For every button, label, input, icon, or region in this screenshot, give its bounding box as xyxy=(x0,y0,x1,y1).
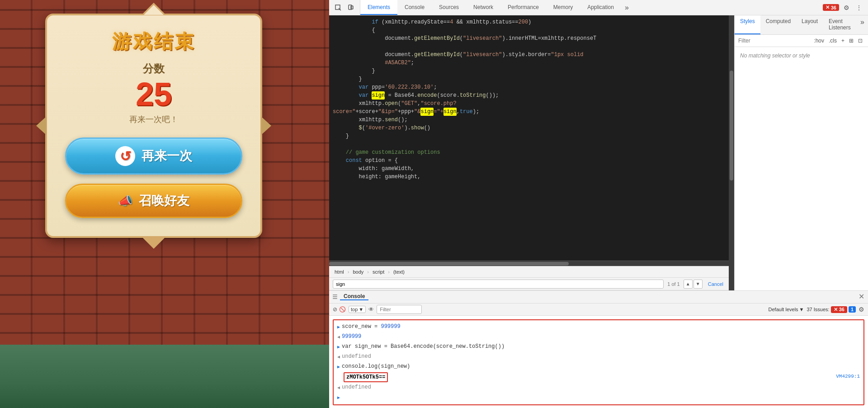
console-filter-input[interactable] xyxy=(377,305,422,314)
breadcrumb-script[interactable]: script xyxy=(371,269,386,275)
styles-filter-input[interactable] xyxy=(738,38,810,44)
console-undefined-7: undefined xyxy=(342,383,371,391)
code-line: width: gameWidth, xyxy=(329,165,729,173)
invite-button[interactable]: 📣 召唤好友 xyxy=(65,184,242,218)
error-badge[interactable]: ✕ 36 xyxy=(823,4,839,11)
issues-button[interactable]: 37 Issues: ✕ 36 1 xyxy=(807,306,856,313)
styles-panel: Styles Computed Layout Event Listeners »… xyxy=(734,15,868,290)
breadcrumb-bar: html › body › script › (text) xyxy=(329,266,729,278)
console-level-select[interactable]: Default levels ▼ xyxy=(769,307,804,312)
search-input[interactable] xyxy=(336,281,660,287)
replay-icon: ↺ xyxy=(115,146,135,166)
styles-tab-styles[interactable]: Styles xyxy=(735,15,760,34)
collapse-style-icon[interactable]: ⊡ xyxy=(856,37,864,45)
settings-icon[interactable]: ⚙ xyxy=(841,2,852,13)
styles-tab-layout[interactable]: Layout xyxy=(796,15,823,34)
styles-tab-computed[interactable]: Computed xyxy=(760,15,796,34)
search-bar: 1 of 1 ▲ ▼ Cancel xyxy=(329,278,729,290)
search-input-wrap xyxy=(333,280,664,289)
invite-label: 召唤好友 xyxy=(139,192,189,209)
vertical-scrollbar[interactable] xyxy=(729,15,734,290)
more-style-icon[interactable]: ⊞ xyxy=(847,37,855,45)
panel-right-arrow[interactable] xyxy=(261,117,271,135)
styles-tab-more-icon[interactable]: » xyxy=(857,15,868,34)
code-line: const option = { xyxy=(329,157,729,165)
styles-filter-bar: :hov .cls + ⊞ ⊡ xyxy=(735,35,868,47)
clear-console-icon[interactable]: 🚫 xyxy=(339,306,346,313)
tab-application[interactable]: Application xyxy=(580,0,621,15)
megaphone-icon: 📣 xyxy=(118,194,132,208)
code-line: xmlhttp.send(); xyxy=(329,116,729,124)
console-input-arrow-8[interactable]: ▶ xyxy=(337,394,340,402)
code-line: $('#over-zero').show() xyxy=(329,124,729,132)
issues-info-badge: 1 xyxy=(849,306,856,313)
console-output-arrow-2: ◀ xyxy=(337,333,340,342)
console-tab-label[interactable]: Console xyxy=(340,293,368,300)
search-count: 1 of 1 xyxy=(667,281,680,287)
breadcrumb-text[interactable]: (text) xyxy=(392,269,406,275)
inspect-element-icon[interactable] xyxy=(333,2,344,13)
error-x-icon: ✕ xyxy=(826,5,830,10)
level-dropdown-icon: ▼ xyxy=(799,307,804,312)
console-line-3: ▶ var sign_new = Base64.encode(score_new… xyxy=(334,342,863,352)
tab-memory[interactable]: Memory xyxy=(546,0,580,15)
code-line: { xyxy=(329,26,729,34)
tab-console[interactable]: Console xyxy=(397,0,432,15)
styles-empty-message: No matching selector or style xyxy=(735,47,868,64)
hov-button[interactable]: :hov xyxy=(812,37,826,45)
breadcrumb-sep3: › xyxy=(388,269,390,275)
code-editor[interactable]: if (xmlhttp.readyState==4 && xmlhttp.sta… xyxy=(329,15,729,261)
search-prev-button[interactable]: ▲ xyxy=(684,280,693,289)
tab-elements[interactable]: Elements xyxy=(360,0,397,15)
devtools-panel: Elements Console Sources Network Perform… xyxy=(329,0,868,408)
eye-icon[interactable]: 👁 xyxy=(368,306,374,313)
styles-tab-event-listeners[interactable]: Event Listeners xyxy=(823,15,857,34)
code-line: document.getElementById("livesearch").st… xyxy=(329,51,729,59)
horizontal-scrollbar[interactable] xyxy=(329,261,729,266)
console-input-arrow-1[interactable]: ▶ xyxy=(337,323,340,332)
code-line: document.getElementById("livesearch").in… xyxy=(329,34,729,43)
console-line-4: ◀ undefined xyxy=(334,352,863,362)
code-line: if (xmlhttp.readyState==4 && xmlhttp.sta… xyxy=(329,18,729,26)
console-highlighted-value: zMOTk5OTk5== xyxy=(344,372,388,382)
issues-error-badge: ✕ 36 xyxy=(831,306,847,313)
console-settings-icon[interactable]: ⚙ xyxy=(859,306,864,313)
tab-sources[interactable]: Sources xyxy=(432,0,466,15)
code-line: score="+score+"&ip="+ppp+"&sign="+sign,t… xyxy=(329,108,729,116)
panel-bottom-arrow xyxy=(141,236,166,249)
code-line: } xyxy=(329,132,729,140)
breadcrumb-body[interactable]: body xyxy=(351,269,365,275)
console-panel: Console ✕ ⊘ 🚫 top ▼ 👁 Default levels ▼ 3… xyxy=(329,290,868,408)
console-source-link[interactable]: VM4299:1 xyxy=(836,372,860,380)
panel-left-arrow[interactable] xyxy=(36,117,46,135)
tab-more-icon[interactable]: » xyxy=(621,0,632,15)
prohibit-icon[interactable]: ⊘ xyxy=(333,306,337,313)
tab-network[interactable]: Network xyxy=(466,0,500,15)
breadcrumb-sep: › xyxy=(348,269,349,275)
styles-tabs: Styles Computed Layout Event Listeners » xyxy=(735,15,868,35)
panel-top-arrow xyxy=(141,3,166,15)
console-input-arrow-5[interactable]: ▶ xyxy=(337,363,340,371)
tab-performance[interactable]: Performance xyxy=(500,0,546,15)
search-cancel-button[interactable]: Cancel xyxy=(706,281,725,287)
issues-error-icon: ✕ xyxy=(834,307,838,313)
cls-button[interactable]: .cls xyxy=(827,37,839,45)
context-selector[interactable]: top ▼ xyxy=(349,306,366,313)
context-value: top xyxy=(351,307,358,312)
console-line-2: ◀ 999999 xyxy=(334,332,863,342)
console-input-bar-left: ⊘ 🚫 xyxy=(333,306,346,313)
console-output-arrow-7: ◀ xyxy=(337,384,340,392)
game-panel: 游戏结束 分数 25 再来一次吧！ ↺ 再来一次 📣 召唤好友 xyxy=(45,14,262,238)
panels-row: if (xmlhttp.readyState==4 && xmlhttp.sta… xyxy=(329,15,868,290)
console-input-arrow-3[interactable]: ▶ xyxy=(337,343,340,351)
console-line-5: ▶ console.log(sign_new) xyxy=(334,362,863,372)
console-number-2: 999999 xyxy=(342,332,361,341)
more-options-icon[interactable]: ⋮ xyxy=(854,2,864,13)
console-close-button[interactable]: ✕ xyxy=(859,293,864,300)
replay-button[interactable]: ↺ 再来一次 xyxy=(65,138,242,175)
device-toolbar-icon[interactable] xyxy=(345,2,356,13)
search-next-button[interactable]: ▼ xyxy=(693,280,703,289)
console-drag-handle[interactable] xyxy=(333,293,337,300)
add-style-icon[interactable]: + xyxy=(840,37,846,45)
breadcrumb-html[interactable]: html xyxy=(333,269,346,275)
